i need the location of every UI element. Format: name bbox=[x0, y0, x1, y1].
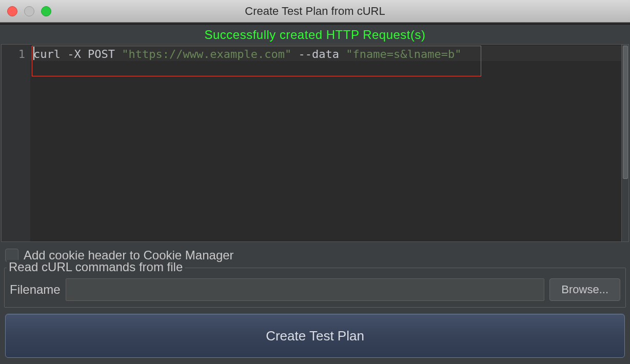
read-from-file-fieldset: Read cURL commands from file Filename Br… bbox=[4, 268, 626, 308]
create-test-plan-button[interactable]: Create Test Plan bbox=[5, 314, 625, 358]
dialog-body: Successfully created HTTP Request(s) 1 c… bbox=[0, 25, 630, 364]
token-data-string: "fname=s&lname=b" bbox=[346, 48, 461, 60]
zoom-window-button[interactable] bbox=[41, 6, 51, 16]
curl-editor[interactable]: 1 curl -X POST "https://www.example.com"… bbox=[1, 44, 629, 242]
filename-label: Filename bbox=[10, 282, 61, 297]
browse-button[interactable]: Browse... bbox=[549, 278, 620, 301]
editor-code-area[interactable]: curl -X POST "https://www.example.com" -… bbox=[30, 45, 621, 241]
close-window-button[interactable] bbox=[7, 6, 17, 16]
fieldset-legend: Read cURL commands from file bbox=[7, 260, 185, 274]
filename-input[interactable] bbox=[66, 278, 545, 301]
scrollbar-thumb[interactable] bbox=[623, 46, 628, 179]
line-number: 1 bbox=[2, 47, 25, 62]
traffic-lights bbox=[0, 6, 51, 16]
editor-gutter: 1 bbox=[2, 45, 30, 241]
status-message: Successfully created HTTP Request(s) bbox=[1, 26, 629, 44]
minimize-window-button[interactable] bbox=[24, 6, 34, 16]
window-titlebar: Create Test Plan from cURL bbox=[0, 0, 630, 23]
options-section: Add cookie header to Cookie Manager Read… bbox=[1, 242, 629, 363]
token-flag: --data bbox=[291, 48, 346, 60]
window-title: Create Test Plan from cURL bbox=[0, 5, 630, 18]
filename-row: Filename Browse... bbox=[10, 278, 620, 301]
token-url-string: "https://www.example.com" bbox=[122, 48, 291, 60]
editor-scrollbar[interactable] bbox=[621, 45, 628, 241]
token-command: curl -X POST bbox=[33, 48, 122, 60]
code-line-1: curl -X POST "https://www.example.com" -… bbox=[33, 47, 618, 62]
